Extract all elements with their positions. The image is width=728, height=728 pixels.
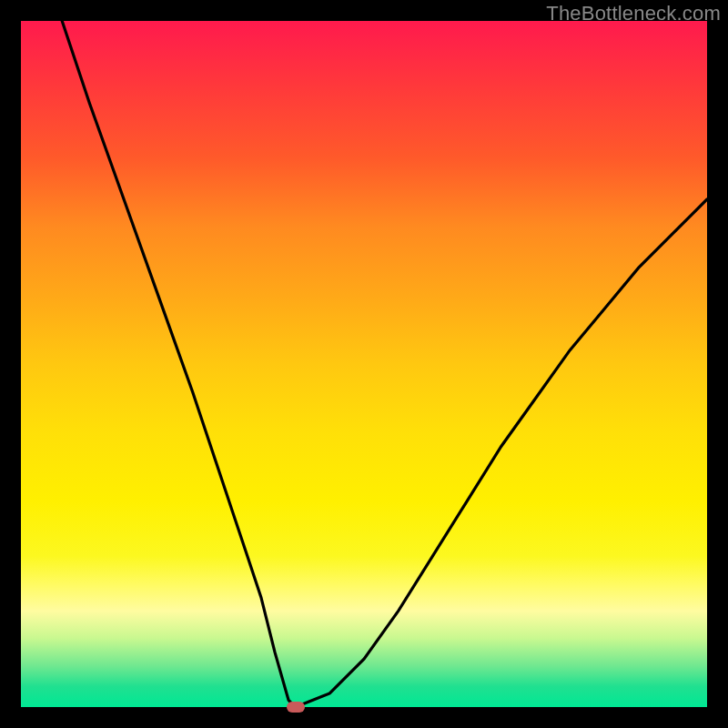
curve-svg (21, 21, 707, 707)
chart-frame: TheBottleneck.com (0, 0, 728, 728)
optimum-marker (287, 702, 305, 713)
bottleneck-curve (62, 21, 707, 707)
watermark-text: TheBottleneck.com (546, 2, 721, 25)
plot-area (21, 21, 707, 707)
